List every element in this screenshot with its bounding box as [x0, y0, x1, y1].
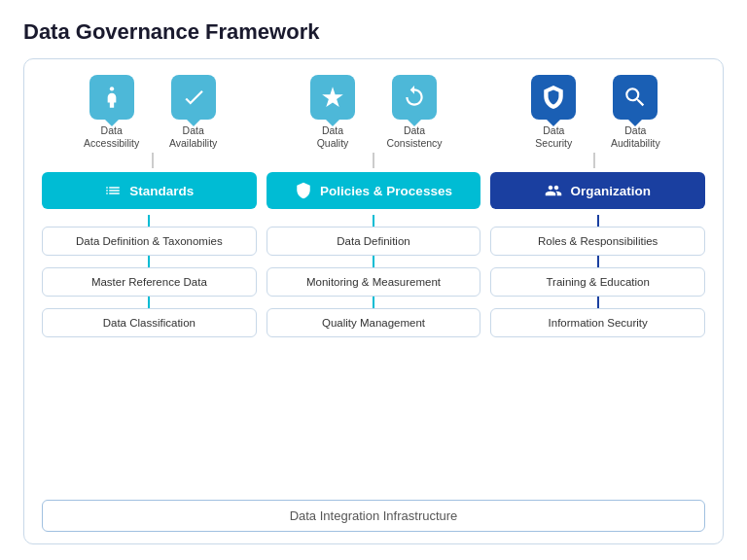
accessibility-icon — [89, 75, 134, 120]
policies-icon — [295, 182, 312, 199]
standards-header: Standards — [42, 172, 257, 209]
icon-label-availability: DataAvailability — [169, 124, 217, 149]
card-quality-management: Quality Management — [267, 308, 481, 337]
organization-col: Roles & Responsibilities Training & Educ… — [490, 215, 705, 490]
organization-label: Organization — [570, 184, 651, 198]
icons-row: DataAccessibility DataAvailability DataQ… — [42, 75, 705, 149]
card-monitoring-measurement: Monitoring & Measurement — [267, 267, 481, 297]
quality-icon — [310, 75, 355, 120]
icon-label-quality: DataQuality — [317, 124, 349, 149]
card-information-security: Information Security — [490, 308, 705, 337]
policies-label: Policies & Processes — [320, 184, 452, 198]
framework-box: DataAccessibility DataAvailability DataQ… — [23, 58, 724, 544]
card-roles-responsibilities: Roles & Responsibilities — [490, 227, 705, 256]
availability-icon — [171, 75, 216, 120]
icon-item-availability: DataAvailability — [160, 75, 228, 149]
page-title: Data Governance Framework — [23, 19, 724, 45]
icon-group-1: DataAccessibility DataAvailability — [78, 75, 228, 149]
card-training-education: Training & Education — [490, 267, 705, 297]
icon-item-quality: DataQuality — [299, 75, 367, 149]
bottom-bar: Data Integration Infrastructure — [42, 500, 705, 532]
icon-item-auditability: DataAuditability — [601, 75, 669, 149]
content-row: Data Definition & Taxonomies Master Refe… — [42, 215, 705, 490]
consistency-icon — [392, 75, 437, 120]
icon-label-consistency: DataConsistency — [386, 124, 442, 149]
auditability-icon — [613, 75, 658, 120]
security-icon — [531, 75, 576, 120]
policies-col: Data Definition Monitoring & Measurement… — [267, 215, 481, 490]
icon-group-3: DataSecurity DataAuditability — [519, 75, 669, 149]
svg-point-0 — [109, 87, 113, 90]
policies-header: Policies & Processes — [267, 172, 481, 209]
card-data-definition: Data Definition — [267, 227, 481, 256]
icon-item-consistency: DataConsistency — [380, 75, 448, 149]
card-master-reference: Master Reference Data — [42, 267, 257, 297]
icon-label-auditability: DataAuditability — [611, 124, 660, 149]
icon-item-accessibility: DataAccessibility — [78, 75, 146, 149]
standards-label: Standards — [129, 184, 194, 198]
standards-icon — [104, 182, 122, 199]
icon-group-2: DataQuality DataConsistency — [299, 75, 448, 149]
card-data-definition-taxonomies: Data Definition & Taxonomies — [42, 227, 257, 256]
organization-header: Organization — [490, 172, 705, 209]
standards-col: Data Definition & Taxonomies Master Refe… — [42, 215, 257, 490]
organization-icon — [545, 182, 562, 199]
headers-row: Standards Policies & Processes Organizat… — [42, 172, 705, 209]
bottom-label: Data Integration Infrastructure — [290, 508, 458, 523]
icon-label-security: DataSecurity — [535, 124, 572, 149]
card-data-classification: Data Classification — [42, 308, 257, 337]
icon-item-security: DataSecurity — [519, 75, 587, 149]
page: Data Governance Framework DataAccessibil… — [0, 0, 747, 560]
icon-label-accessibility: DataAccessibility — [84, 124, 139, 149]
